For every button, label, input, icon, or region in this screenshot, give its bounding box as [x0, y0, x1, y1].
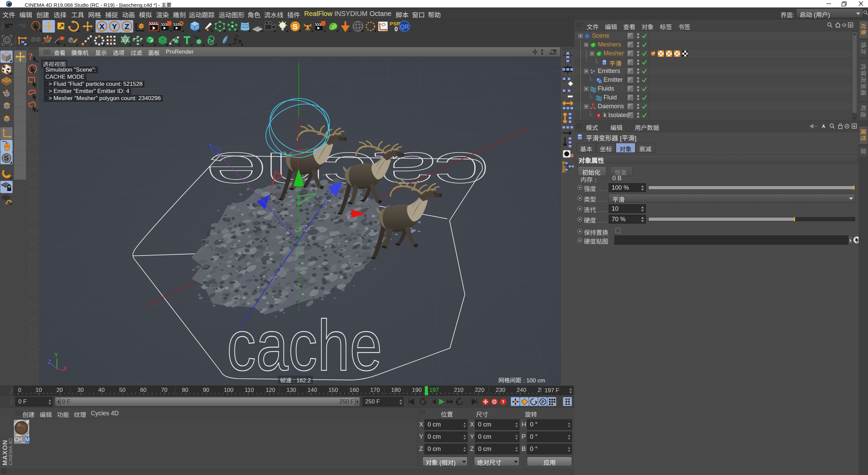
svg-text:0: 0	[395, 26, 398, 33]
svg-text:Y: Y	[54, 352, 58, 358]
svg-text:cache: cache	[227, 305, 382, 385]
svg-text:QR: QR	[400, 23, 409, 30]
svg-text:X: X	[63, 365, 67, 372]
svg-text:Z: Z	[48, 359, 51, 365]
svg-text:Y: Y	[112, 22, 117, 31]
svg-text:S: S	[4, 154, 8, 162]
svg-text:?: ?	[28, 51, 33, 61]
svg-text:P: P	[541, 399, 545, 404]
svg-text:Z: Z	[125, 22, 130, 31]
svg-text:S: S	[293, 22, 298, 31]
svg-text:X: X	[99, 22, 104, 31]
svg-text:?: ?	[502, 399, 505, 404]
